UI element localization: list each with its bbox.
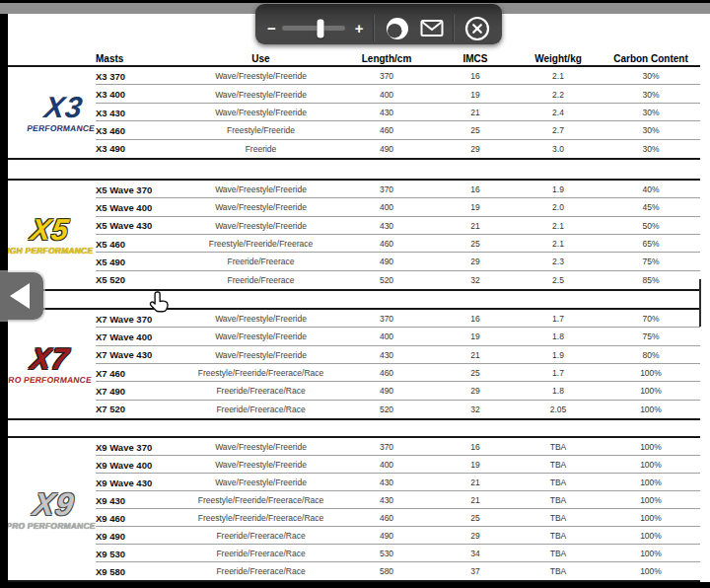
mast-carbon: 40% <box>602 184 700 194</box>
mast-model: X5 520 <box>96 274 184 285</box>
mast-carbon: 45% <box>602 202 700 212</box>
mast-weight: 2.1 <box>515 221 602 231</box>
mast-model: X7 520 <box>96 404 184 414</box>
table-row: X3 430Wave/Freestyle/Freeride430212.430% <box>8 104 700 121</box>
mast-model: X9 580 <box>96 566 184 577</box>
mast-carbon: 100% <box>602 442 700 452</box>
mast-imcs: 16 <box>436 184 515 194</box>
table-row: X9 Wave 370Wave/Freestyle/Freeride37016T… <box>8 438 700 456</box>
mast-length: 490 <box>337 257 436 266</box>
table-row: X3 400Wave/Freestyle/Freeride400192.230% <box>8 85 700 103</box>
mast-weight: 1.8 <box>515 331 602 341</box>
column-header-carbon: Carbon Content <box>602 53 700 64</box>
mast-weight: TBA <box>515 566 602 576</box>
mast-carbon: 30% <box>602 90 700 100</box>
mast-weight: 1.7 <box>515 368 602 378</box>
mast-weight: TBA <box>515 513 602 523</box>
column-header-use: Use <box>184 53 337 64</box>
mast-imcs: 29 <box>436 531 515 541</box>
mast-use: Wave/Freestyle/Freeride <box>184 478 337 487</box>
mast-model: X3 370 <box>96 71 184 82</box>
mast-imcs: 21 <box>436 478 515 487</box>
mast-carbon: 70% <box>602 314 700 324</box>
table-header-row: Masts Use Length/cm IMCS Weight/kg Carbo… <box>8 51 700 65</box>
document-page: Masts Use Length/cm IMCS Weight/kg Carbo… <box>8 14 710 582</box>
mast-length: 490 <box>337 386 436 396</box>
zoom-in-button[interactable]: + <box>355 21 364 36</box>
mast-use: Wave/Freestyle/Freeride <box>184 184 337 194</box>
mast-use: Freeride/Freerace/Race <box>184 386 337 396</box>
page-right-edge-line <box>699 279 701 327</box>
mast-carbon: 75% <box>602 257 700 266</box>
zoom-slider-thumb[interactable] <box>317 19 323 37</box>
mouse-cursor-hand-pointer <box>148 290 174 320</box>
contrast-button[interactable] <box>385 16 410 41</box>
mast-model: X9 490 <box>96 531 184 542</box>
mast-imcs: 25 <box>436 368 515 378</box>
mast-model: X3 490 <box>96 143 184 154</box>
mast-model: X3 400 <box>96 89 184 100</box>
mast-length: 460 <box>337 513 436 523</box>
mast-imcs: 16 <box>436 442 515 452</box>
mast-carbon: 100% <box>602 566 700 576</box>
table-row: X3 460Freestyle/Freeride460252.730% <box>8 121 700 139</box>
mast-model: X5 Wave 400 <box>96 202 184 213</box>
mast-imcs: 21 <box>436 221 515 231</box>
mast-length: 520 <box>337 404 436 414</box>
mast-model: X5 Wave 430 <box>96 220 184 231</box>
mast-use: Wave/Freestyle/Freeride <box>184 108 337 117</box>
mast-length: 370 <box>337 71 436 81</box>
mast-use: Freeride/Freerace/Race <box>184 404 337 414</box>
mast-carbon: 100% <box>602 513 700 523</box>
mast-length: 430 <box>337 221 436 231</box>
mast-carbon: 75% <box>602 331 700 341</box>
mast-length: 430 <box>337 478 436 487</box>
viewer-toolbar: − + <box>255 4 502 44</box>
mast-weight: 2.1 <box>515 71 602 81</box>
mast-imcs: 32 <box>436 404 515 414</box>
mast-weight: 1.7 <box>515 314 602 324</box>
mast-imcs: 21 <box>436 495 515 505</box>
chevron-left-icon <box>0 272 43 320</box>
close-button[interactable] <box>464 16 490 41</box>
table-row: X9 430Freestyle/Freeride/Freerace/Race43… <box>8 491 700 509</box>
table-row: X3 490Freeride490293.030% <box>8 140 700 158</box>
mail-button[interactable] <box>420 19 444 37</box>
mast-imcs: 32 <box>436 275 515 285</box>
mast-length: 430 <box>337 350 436 360</box>
mast-weight: 2.05 <box>515 404 602 414</box>
mast-weight: 1.9 <box>515 184 602 194</box>
mast-model: X7 Wave 430 <box>96 349 184 360</box>
mast-weight: 3.0 <box>515 144 602 154</box>
table-row: X7 Wave 430Wave/Freestyle/Freeride430211… <box>8 346 700 364</box>
mast-model: X9 530 <box>96 549 184 559</box>
zoom-slider[interactable] <box>282 26 345 31</box>
table-row: X5 Wave 400Wave/Freestyle/Freeride400192… <box>8 198 700 216</box>
contrast-icon <box>385 16 410 41</box>
section-x9: X9 PRO PERFORMANCE X9 Wave 370Wave/Frees… <box>8 436 700 582</box>
prev-page-button[interactable] <box>0 272 43 320</box>
mast-weight: 2.0 <box>515 202 602 212</box>
mast-weight: TBA <box>515 442 602 452</box>
mast-length: 370 <box>337 314 436 324</box>
mast-weight: TBA <box>515 549 602 558</box>
column-header-masts: Masts <box>96 53 184 64</box>
mast-model: X5 Wave 370 <box>96 184 184 195</box>
mast-use: Wave/Freestyle/Freeride <box>184 350 337 360</box>
section-x5: X5 HIGH PERFORMANCE X5 Wave 370Wave/Free… <box>8 179 700 291</box>
mast-weight: 2.4 <box>515 108 602 117</box>
mast-length: 400 <box>337 90 436 100</box>
mast-carbon: 30% <box>602 125 700 135</box>
mast-use: Freeride/Freerace <box>184 257 337 266</box>
mast-carbon: 85% <box>602 275 700 285</box>
document-viewer-screen: { "viewer": { "toolbar": { "zoom_out_lab… <box>0 0 710 588</box>
mast-length: 400 <box>337 331 436 341</box>
mast-imcs: 21 <box>436 108 515 117</box>
mast-carbon: 30% <box>602 108 700 117</box>
close-icon <box>464 16 490 41</box>
mast-use: Wave/Freestyle/Freeride <box>184 314 337 324</box>
mast-imcs: 34 <box>436 549 515 558</box>
table-row: X9 460Freestyle/Freeride/Freerace/Race46… <box>8 509 700 527</box>
mast-weight: TBA <box>515 460 602 470</box>
zoom-out-button[interactable]: − <box>267 21 276 36</box>
